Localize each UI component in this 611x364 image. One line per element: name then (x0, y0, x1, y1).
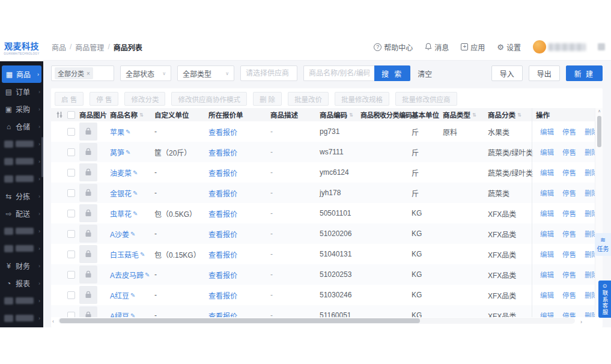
view-quote-link[interactable]: 查看报价 (208, 127, 237, 137)
edit-action-link[interactable]: 编辑 (536, 188, 558, 198)
product-name-link[interactable]: A红豆 (110, 290, 129, 300)
vertical-scroll-thumb[interactable] (597, 116, 601, 147)
view-quote-link[interactable]: 查看报价 (208, 188, 237, 198)
breadcrumb-item[interactable]: 商品 (52, 42, 66, 52)
sort-icon[interactable]: ⇅ (472, 112, 476, 118)
sort-icon[interactable]: ⇅ (517, 112, 521, 118)
edit-pencil-icon[interactable]: ✎ (140, 251, 145, 258)
row-checkbox[interactable] (67, 210, 75, 217)
stop-sale-action-link[interactable]: 停售 (558, 290, 580, 300)
view-quote-link[interactable]: 查看报价 (208, 270, 237, 280)
export-button[interactable]: 导出 (529, 65, 560, 81)
view-quote-link[interactable]: 查看报价 (208, 208, 237, 219)
sidebar-item[interactable]: › (0, 135, 43, 153)
tag-close-icon[interactable]: × (87, 70, 90, 77)
edit-pencil-icon[interactable]: ✎ (130, 312, 135, 318)
delete-action-link[interactable]: 删除 (580, 127, 595, 136)
delete-action-link[interactable]: 删除 (580, 290, 595, 300)
product-name-link[interactable]: 金银花 (110, 188, 132, 198)
product-name-link[interactable]: A去皮马蹄 (110, 270, 144, 280)
view-quote-link[interactable]: 查看报价 (208, 311, 237, 318)
edit-action-link[interactable]: 编辑 (536, 208, 558, 218)
sidebar-item[interactable]: ▤ 订单 › (0, 83, 43, 100)
row-checkbox[interactable] (67, 189, 75, 197)
stop-sale-action-link[interactable]: 停售 (558, 249, 580, 259)
stop-sale-action-link[interactable]: 停售 (558, 168, 580, 177)
view-quote-link[interactable]: 查看报价 (208, 290, 237, 300)
batch-button[interactable]: 批量修改规格 (335, 92, 389, 106)
user-account[interactable] (533, 40, 586, 53)
stop-sale-action-link[interactable]: 停售 (558, 147, 580, 157)
sidebar-item[interactable]: ▣ 采购 › (0, 100, 43, 118)
sidebar-item[interactable]: › (0, 292, 43, 309)
column-header-name[interactable]: 商品名称⇅ (110, 110, 154, 120)
sort-icon[interactable]: ⇅ (349, 112, 353, 118)
batch-button[interactable]: 停 售 (90, 92, 118, 106)
edit-pencil-icon[interactable]: ✎ (126, 129, 130, 135)
delete-action-link[interactable]: 删除 (580, 208, 595, 218)
type-filter-select[interactable]: 全部类型 ∨ (177, 65, 234, 81)
sidebar-item[interactable]: ▦ 商品 › (2, 65, 41, 83)
delete-action-link[interactable]: 删除 (580, 188, 595, 198)
stop-sale-action-link[interactable]: 停售 (558, 127, 580, 136)
product-name-link[interactable]: 油麦菜 (110, 168, 132, 178)
delete-action-link[interactable]: 删除 (580, 311, 595, 317)
horizontal-scroll-thumb[interactable] (59, 318, 420, 323)
row-checkbox[interactable] (67, 250, 75, 258)
edit-pencil-icon[interactable]: ✎ (130, 292, 135, 299)
row-checkbox[interactable] (67, 271, 75, 279)
sidebar-item[interactable]: › (0, 222, 43, 240)
sidebar-item[interactable]: ⌂ 仓储 › (0, 118, 43, 135)
sidebar-item[interactable]: › (0, 309, 43, 327)
import-button[interactable]: 导入 (491, 65, 523, 81)
apps-button[interactable]: + 应用 (461, 42, 485, 52)
column-header-category[interactable]: 商品分类⇅ (488, 110, 532, 120)
messages-button[interactable]: 消息 (425, 42, 449, 52)
stop-sale-action-link[interactable]: 停售 (558, 311, 580, 317)
batch-button[interactable]: 修改供应商协作模式 (171, 92, 247, 106)
sidebar-item[interactable]: › (0, 153, 43, 170)
search-input[interactable] (304, 66, 374, 80)
edit-pencil-icon[interactable]: ✎ (133, 169, 138, 176)
supplier-input[interactable] (241, 66, 297, 80)
delete-action-link[interactable]: 删除 (580, 229, 595, 238)
stop-sale-action-link[interactable]: 停售 (558, 270, 580, 279)
edit-action-link[interactable]: 编辑 (536, 290, 558, 300)
row-checkbox[interactable] (67, 230, 75, 238)
search-button[interactable]: 搜 索 (374, 65, 410, 81)
edit-action-link[interactable]: 编辑 (536, 311, 558, 317)
horizontal-scrollbar[interactable] (58, 318, 575, 324)
header-extra-icon[interactable] (598, 43, 605, 50)
stop-sale-action-link[interactable]: 停售 (558, 229, 580, 238)
edit-action-link[interactable]: 编辑 (536, 127, 558, 136)
sidebar-item[interactable]: › (0, 240, 43, 257)
edit-action-link[interactable]: 编辑 (536, 147, 558, 157)
view-quote-link[interactable]: 查看报价 (208, 147, 237, 157)
delete-action-link[interactable]: 删除 (580, 270, 595, 279)
view-quote-link[interactable]: 查看报价 (208, 229, 237, 239)
batch-button[interactable]: 修改分类 (124, 92, 165, 106)
column-config-icon[interactable] (51, 111, 67, 118)
edit-action-link[interactable]: 编辑 (536, 229, 558, 238)
sidebar-item[interactable]: ¥ 财务 › (0, 257, 43, 275)
edit-pencil-icon[interactable]: ✎ (133, 190, 138, 196)
product-name-link[interactable]: 苹果 (110, 127, 124, 137)
stop-sale-action-link[interactable]: 停售 (558, 188, 580, 198)
edit-pencil-icon[interactable]: ✎ (126, 149, 130, 156)
edit-action-link[interactable]: 编辑 (536, 270, 558, 279)
product-name-link[interactable]: A绿豆 (110, 311, 129, 318)
sort-icon[interactable]: ⇅ (139, 112, 144, 118)
view-quote-link[interactable]: 查看报价 (208, 249, 237, 259)
row-checkbox[interactable] (67, 291, 75, 299)
category-filter-select[interactable]: 全部分类 × (51, 65, 114, 81)
row-checkbox[interactable] (67, 128, 75, 136)
delete-action-link[interactable]: 删除 (580, 168, 595, 177)
scroll-left-icon[interactable]: ‹ (52, 318, 54, 324)
sidebar-item[interactable]: ⇆ 分拣 › (0, 187, 43, 205)
view-quote-link[interactable]: 查看报价 (208, 168, 237, 178)
batch-button[interactable]: 删 除 (253, 92, 282, 106)
select-all-checkbox[interactable] (67, 111, 75, 119)
edit-action-link[interactable]: 编辑 (536, 168, 558, 177)
clear-filters-link[interactable]: 清空 (418, 68, 432, 79)
sidebar-item[interactable]: ◔ 报表 › (0, 275, 43, 292)
